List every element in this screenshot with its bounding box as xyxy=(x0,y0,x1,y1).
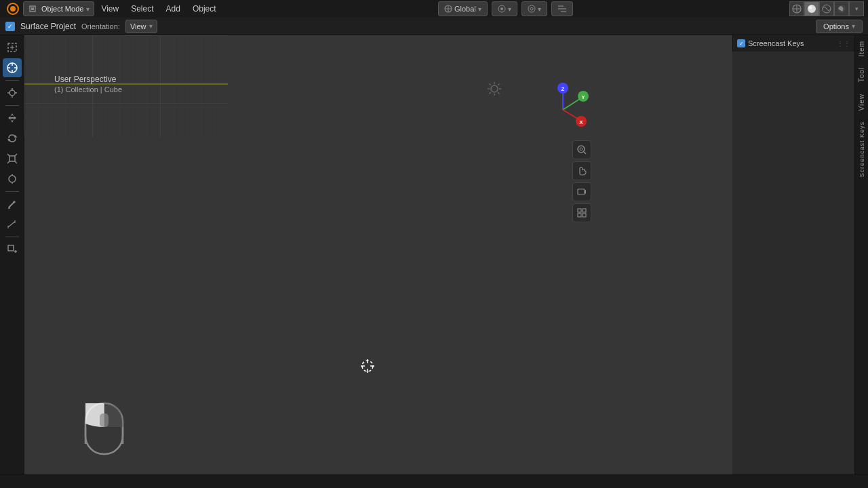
screencast-header: ✓ Screencast Keys ⋮⋮ xyxy=(737,39,850,47)
svg-rect-92 xyxy=(583,209,586,212)
svg-point-17 xyxy=(808,5,816,13)
collection-label: (1) Collection | Cube xyxy=(54,85,122,94)
viewport-gizmo[interactable]: Z Y X xyxy=(536,83,590,137)
scale-tool[interactable] xyxy=(3,149,22,168)
top-menu-bar: Object Mode ▾ View Select Add Object Glo… xyxy=(0,0,868,18)
left-toolbar xyxy=(0,35,24,488)
toolbar-separator-4 xyxy=(5,237,19,237)
svg-rect-102 xyxy=(100,413,108,427)
annotate-tool[interactable] xyxy=(3,195,22,214)
select-tool[interactable] xyxy=(3,58,22,77)
svg-rect-93 xyxy=(578,214,581,217)
svg-point-68 xyxy=(491,85,498,92)
viewport-shading-group: ▾ xyxy=(789,1,864,16)
right-sidebar-tabs: Item Tool View Screencast Keys xyxy=(854,35,868,488)
add-menu[interactable]: Add xyxy=(161,0,186,18)
options-button[interactable]: Options ▾ xyxy=(816,20,863,33)
right-viewport-tools xyxy=(572,140,591,222)
svg-rect-94 xyxy=(583,214,586,217)
app-logo[interactable] xyxy=(4,0,22,18)
svg-text:Y: Y xyxy=(581,94,585,100)
project-checkbox[interactable]: ✓ xyxy=(5,22,15,31)
header-bar: ✓ Surface Project Orientation: View ▾ Op… xyxy=(0,18,868,35)
svg-line-40 xyxy=(7,161,9,163)
svg-line-74 xyxy=(498,92,499,94)
tab-screencast[interactable]: Screencast Keys xyxy=(856,116,867,183)
view-menu[interactable]: View xyxy=(96,0,124,18)
object-mode-selector[interactable]: Object Mode ▾ xyxy=(23,1,94,16)
3d-cursor xyxy=(361,359,374,373)
hand-tool[interactable] xyxy=(572,161,591,180)
svg-point-42 xyxy=(9,176,16,182)
object-menu[interactable]: Object xyxy=(187,0,222,18)
perspective-label: User Perspective xyxy=(54,75,122,84)
toolbar-separator-3 xyxy=(5,191,19,192)
rotate-tool[interactable] xyxy=(3,129,22,148)
grid-view-tool[interactable] xyxy=(572,203,591,222)
orientation-select[interactable]: View ▾ xyxy=(125,20,157,33)
viewport-info: User Perspective (1) Collection | Cube xyxy=(54,75,122,94)
svg-point-29 xyxy=(9,90,15,96)
measure-tool[interactable] xyxy=(3,215,22,234)
svg-rect-3 xyxy=(31,7,34,10)
orientation-label: Orientation: xyxy=(81,22,120,30)
cursor-tool[interactable] xyxy=(3,83,22,102)
svg-line-39 xyxy=(15,154,17,156)
tab-item[interactable]: Item xyxy=(856,35,867,62)
overlay-button[interactable] xyxy=(551,1,573,16)
screencast-drag-handle[interactable]: ⋮⋮ xyxy=(837,40,850,47)
svg-point-86 xyxy=(578,146,585,152)
svg-line-48 xyxy=(8,222,15,227)
svg-rect-37 xyxy=(9,156,15,161)
3d-viewport[interactable]: User Perspective (1) Collection | Cube Z… xyxy=(24,35,732,488)
project-name[interactable]: Surface Project xyxy=(20,22,76,31)
select-box-tool[interactable] xyxy=(3,38,22,57)
solid-shading[interactable] xyxy=(804,1,819,16)
svg-point-9 xyxy=(528,5,535,12)
svg-rect-89 xyxy=(578,189,585,195)
move-tool[interactable] xyxy=(3,108,22,127)
svg-line-41 xyxy=(15,161,17,163)
camera-view-tool[interactable] xyxy=(572,182,591,201)
status-bar xyxy=(0,474,868,488)
shading-options[interactable]: ▾ xyxy=(849,1,864,16)
transform-tool[interactable] xyxy=(3,169,22,188)
rendered-shading[interactable] xyxy=(834,1,849,16)
svg-point-1 xyxy=(10,6,16,12)
top-bar-center: Global ▾ ▾ ▾ xyxy=(223,1,788,16)
add-object-tool[interactable] xyxy=(3,240,22,259)
svg-marker-34 xyxy=(8,113,16,123)
svg-point-7 xyxy=(500,7,503,10)
shading-controls: ▾ xyxy=(789,1,864,16)
select-menu[interactable]: Select xyxy=(125,0,159,18)
screencast-panel: ✓ Screencast Keys ⋮⋮ xyxy=(732,35,854,52)
sun-light-icon xyxy=(487,81,502,100)
tab-view[interactable]: View xyxy=(856,88,867,117)
svg-line-75 xyxy=(490,92,491,94)
svg-point-18 xyxy=(809,6,812,9)
svg-marker-90 xyxy=(585,190,586,194)
svg-line-88 xyxy=(584,152,586,154)
svg-text:Z: Z xyxy=(561,86,565,92)
svg-point-10 xyxy=(530,7,533,10)
svg-text:X: X xyxy=(579,119,583,125)
svg-point-87 xyxy=(580,148,583,150)
proportional-edit[interactable]: ▾ xyxy=(521,1,547,16)
svg-line-76 xyxy=(498,84,499,85)
svg-line-38 xyxy=(7,154,9,156)
zoom-tool[interactable] xyxy=(572,140,591,159)
svg-rect-91 xyxy=(578,209,581,212)
svg-rect-51 xyxy=(8,245,14,251)
mouse-indicator xyxy=(79,400,130,468)
transform-global[interactable]: Global ▾ xyxy=(438,1,488,16)
screencast-label: Screencast Keys xyxy=(748,39,804,47)
toolbar-separator-1 xyxy=(5,80,19,81)
screencast-checkbox[interactable]: ✓ xyxy=(737,39,745,47)
toolbar-separator-2 xyxy=(5,105,19,106)
tab-tool[interactable]: Tool xyxy=(856,62,867,87)
snap-button[interactable]: ▾ xyxy=(492,1,517,16)
svg-line-45 xyxy=(9,202,14,207)
header-right: Options ▾ xyxy=(816,20,863,33)
wireframe-shading[interactable] xyxy=(789,1,804,16)
material-shading[interactable] xyxy=(819,1,834,16)
